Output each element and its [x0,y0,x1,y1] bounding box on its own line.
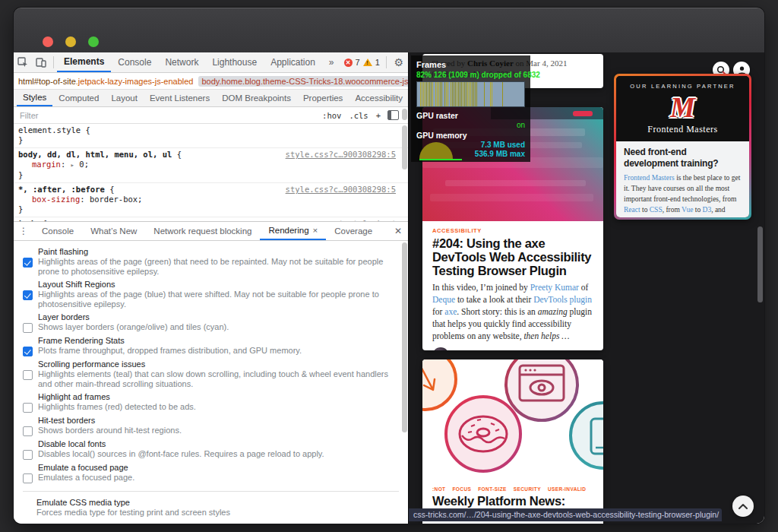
drawer-tab-coverage[interactable]: Coverage [326,223,381,240]
drawer-tab-whats-new[interactable]: What’s New [82,223,145,240]
option-desc: Disables local() sources in @font-face r… [38,449,324,458]
link[interactable]: Vue [682,206,693,214]
styles-filter-input[interactable]: Filter [20,111,318,120]
link[interactable]: Frontend Masters [624,174,675,182]
tab-lighthouse[interactable]: Lighthouse [205,53,264,72]
frame-rendering-stats-overlay: Frames 82% 126 (1009 m) dropped of 6832 … [411,55,530,162]
computed-sidebar-toggle-icon[interactable] [387,110,399,120]
category-label[interactable]: ACCESSIBILITY [432,227,593,234]
warning-count: 1 [375,58,380,67]
fps-bar [476,82,477,106]
fps-bar [451,82,451,106]
tag-link[interactable]: FOCUS [453,486,472,492]
tab-accessibility[interactable]: Accessibility [349,90,409,106]
error-icon: ✕ [344,59,353,67]
checkbox[interactable] [23,347,33,356]
breadcrumb-html[interactable]: html#top-of-site.jetpack-lazy-images-js-… [18,77,194,86]
tab-styles[interactable]: Styles [17,90,52,106]
css-rule-body-ua[interactable]: user agent stylesheet body { display: bl… [14,217,408,221]
article-card-weekly-platform-news[interactable]: :NOT FOCUS FONT-SIZE SECURITY USER-INVAL… [422,359,603,524]
expand-shorthand-icon[interactable]: ▸ [71,161,74,169]
page-scrollbar[interactable] [757,226,763,302]
learning-partner-card[interactable]: OUR LEARNING PARTNER M Frontend Masters … [614,74,751,220]
fps-bar [432,82,433,106]
stylesheet-link[interactable]: style.css?c…900308298:5 [286,185,396,195]
minimize-window-button[interactable] [65,36,76,47]
styles-scrollbar[interactable] [402,125,407,169]
link[interactable]: Full Stack [697,217,727,217]
breadcrumb-body[interactable]: body.home.blog.theme-CSS-Tricks-18.wooco… [198,76,409,87]
toggle-classes[interactable]: .cls [349,111,368,120]
rendering-option-emulate-focused-page: Emulate a focused pageEmulates a focused… [23,463,408,483]
checkbox[interactable] [23,403,33,413]
more-tabs-icon[interactable]: » [322,53,341,72]
issues-badge[interactable]: ✕ 7 ! 1 [341,58,383,67]
rendering-scrollbar[interactable] [402,242,407,432]
drawer-tab-rendering[interactable]: Rendering× [260,222,326,240]
link[interactable]: axe [444,307,457,316]
tag-link[interactable]: :NOT [432,486,446,492]
drawer-tabs: ⋮ Console What’s New Network request blo… [14,222,408,241]
drawer-tab-network-request-blocking[interactable]: Network request blocking [145,223,260,240]
inspect-element-icon[interactable] [14,53,32,71]
option-label: Frame Rendering Stats [38,336,125,345]
settings-gear-icon[interactable]: ⚙ [390,53,408,71]
link[interactable]: D3 [703,206,712,214]
tag-link[interactable]: SECURITY [514,486,541,492]
checkbox[interactable] [23,258,33,268]
stylesheet-link[interactable]: style.css?c…900308298:5 [286,150,396,160]
toggle-hover-state[interactable]: :hov [322,111,341,120]
css-selector: element.style [18,125,81,135]
css-rule-box-sizing[interactable]: style.css?c…900308298:5 *, :after, :befo… [14,183,408,217]
tag-link[interactable]: USER-INVALID [548,486,587,492]
link[interactable]: Node.js [662,217,684,217]
tab-application[interactable]: Application [264,53,322,72]
rendering-option-hit-test-borders: Hit-test bordersShows borders around hit… [23,416,408,436]
link[interactable]: DevTools plugin [533,295,592,304]
link[interactable]: Deque [432,295,455,304]
close-drawer-icon[interactable]: ✕ [394,226,402,236]
scroll-to-top-button[interactable] [732,496,754,517]
warning-icon: ! [363,59,372,66]
browser-window: Elements Console Network Lighthouse Appl… [14,8,764,524]
option-label: Highlight ad frames [38,392,110,401]
fps-bar [461,82,462,106]
checkbox[interactable] [23,473,33,483]
zoom-window-button[interactable] [88,36,99,47]
link[interactable]: CSS [650,206,663,214]
article-excerpt: In this video, I’m joined by Preety Kuma… [432,281,593,342]
close-window-button[interactable] [43,36,53,47]
link[interactable]: React [624,206,640,214]
device-toolbar-icon[interactable] [32,53,50,71]
tab-properties[interactable]: Properties [297,90,349,106]
frontend-masters-logo[interactable]: M [621,93,745,122]
tab-console[interactable]: Console [111,53,158,72]
tab-computed[interactable]: Computed [52,90,105,106]
checkbox[interactable] [23,323,33,333]
article-title-link[interactable]: #204: Using the axe DevTools Web Accessi… [432,236,593,277]
css-rule-element-style[interactable]: element.style { } [14,124,408,148]
styles-filter-scrollbar[interactable] [402,109,407,120]
tab-elements[interactable]: Elements [57,52,111,72]
tag-link[interactable]: FONT-SIZE [478,486,507,492]
option-desc: Plots frame throughput, dropped frames d… [38,346,302,355]
article-hero-illustration [422,359,603,478]
tab-layout[interactable]: Layout [105,90,144,106]
tab-event-listeners[interactable]: Event Listeners [144,90,216,106]
tab-dom-breakpoints[interactable]: DOM Breakpoints [216,90,297,106]
link[interactable]: Preety Kumar [530,283,579,292]
fps-bar [460,82,460,106]
close-rendering-tab-icon[interactable]: × [313,226,318,235]
gpu-memory-label: GPU memory [416,131,525,140]
checkbox[interactable] [23,426,33,436]
drawer-tab-console[interactable]: Console [33,223,82,240]
drawer-menu-icon[interactable]: ⋮ [14,226,33,236]
checkbox[interactable] [23,450,33,460]
avatar[interactable] [432,347,449,350]
new-style-rule-button[interactable]: + [376,111,381,120]
css-rule-margin[interactable]: style.css?c…900308298:5 body, dd, dl, ht… [14,148,408,183]
tab-network[interactable]: Network [158,53,205,72]
checkbox[interactable] [23,370,33,380]
fps-bar [490,82,491,106]
checkbox[interactable] [23,290,33,300]
